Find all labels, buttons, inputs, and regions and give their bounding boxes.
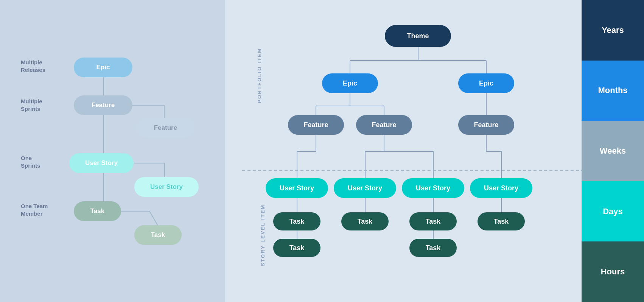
- portfolio-label-container: PORTFOLIO ITEM: [232, 19, 287, 132]
- days-item: Days: [582, 181, 644, 242]
- label-one-team-member: One TeamMember: [21, 202, 48, 217]
- story-label: STORY LEVEL ITEM: [260, 204, 266, 266]
- left-epic-node: Epic: [74, 58, 132, 77]
- epic-left-node: Epic: [322, 73, 378, 93]
- left-connector-lines: [0, 0, 225, 302]
- weeks-label: Weeks: [600, 146, 626, 156]
- left-feature1-node: Feature: [74, 95, 132, 115]
- epic-right-node: Epic: [458, 73, 514, 93]
- task-c4-node: Task: [478, 212, 525, 230]
- task-c2-node: Task: [341, 212, 389, 230]
- label-multiple-sprints: MultipleSprints: [21, 98, 42, 112]
- task-c1-node: Task: [273, 212, 320, 230]
- months-item: Months: [582, 61, 644, 121]
- task-c6-node: Task: [409, 239, 457, 257]
- label-one-sprints: OneSprints: [21, 154, 40, 169]
- left-task2-node: Task: [134, 225, 182, 245]
- left-userstory1-node: User Story: [69, 153, 134, 173]
- left-userstory2-node: User Story: [134, 177, 199, 197]
- us4-node: User Story: [470, 178, 532, 198]
- right-panel: Years Months Weeks Days Hours: [582, 0, 644, 302]
- left-feature2-node: Feature: [136, 118, 195, 138]
- weeks-item: Weeks: [582, 121, 644, 181]
- years-label: Years: [602, 25, 624, 35]
- center-panel: PORTFOLIO ITEM STORY LEVEL ITEM: [225, 0, 582, 302]
- us1-node: User Story: [266, 178, 328, 198]
- years-item: Years: [582, 0, 644, 61]
- task-c5-node: Task: [273, 239, 320, 257]
- hours-item: Hours: [582, 241, 644, 302]
- task-c3-node: Task: [409, 212, 457, 230]
- us2-node: User Story: [334, 178, 396, 198]
- portfolio-label: PORTFOLIO ITEM: [257, 48, 262, 103]
- days-label: Days: [603, 207, 623, 216]
- feature-l1-node: Feature: [288, 115, 344, 135]
- left-task1-node: Task: [74, 201, 121, 221]
- label-multiple-releases: MultipleReleases: [21, 59, 45, 73]
- hours-label: Hours: [601, 267, 625, 277]
- theme-node: Theme: [385, 25, 451, 47]
- left-panel: MultipleReleases MultipleSprints OneSpri…: [0, 0, 225, 302]
- months-label: Months: [598, 86, 627, 95]
- us3-node: User Story: [402, 178, 464, 198]
- feature-r1-node: Feature: [458, 115, 514, 135]
- feature-l2-node: Feature: [356, 115, 412, 135]
